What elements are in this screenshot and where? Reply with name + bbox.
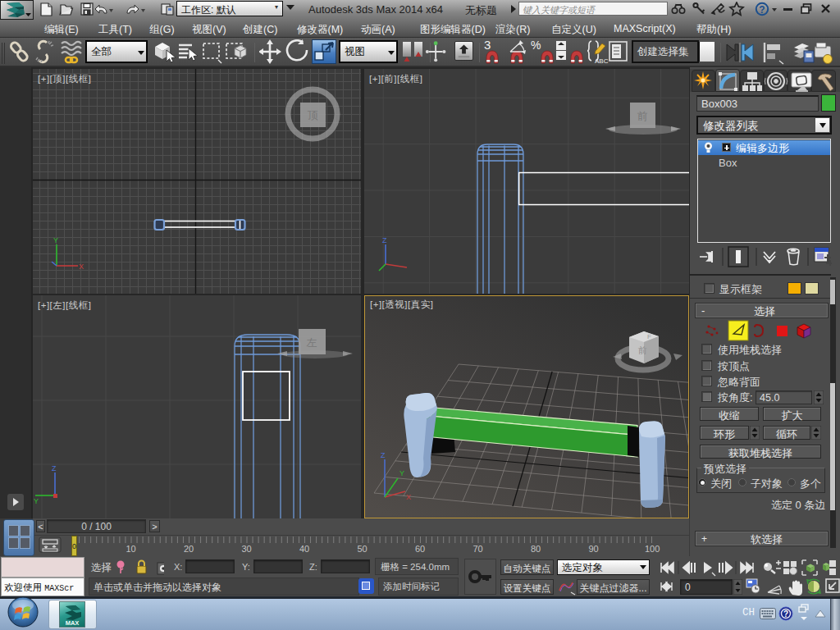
svg-text:Z: Z bbox=[382, 236, 387, 244]
svg-text:X: X bbox=[406, 493, 411, 501]
svg-text:顶: 顶 bbox=[308, 109, 319, 121]
svg-text:前: 前 bbox=[637, 110, 648, 122]
svg-text:?: ? bbox=[783, 609, 788, 619]
svg-text:F: F bbox=[647, 333, 651, 340]
svg-text:MAX: MAX bbox=[66, 619, 80, 627]
svg-text:3: 3 bbox=[484, 39, 491, 52]
svg-text:Z: Z bbox=[52, 464, 57, 472]
svg-text:Y: Y bbox=[399, 469, 404, 477]
svg-text:?: ? bbox=[759, 4, 765, 16]
svg-text:Y: Y bbox=[34, 497, 39, 505]
svg-text:%: % bbox=[531, 39, 541, 52]
svg-text:Z: Z bbox=[381, 451, 386, 459]
svg-text:左: 左 bbox=[307, 336, 317, 349]
svg-text:X: X bbox=[79, 262, 84, 271]
svg-text:前: 前 bbox=[637, 345, 647, 355]
svg-text:Y: Y bbox=[53, 236, 58, 244]
svg-text:ABC: ABC bbox=[595, 57, 609, 65]
